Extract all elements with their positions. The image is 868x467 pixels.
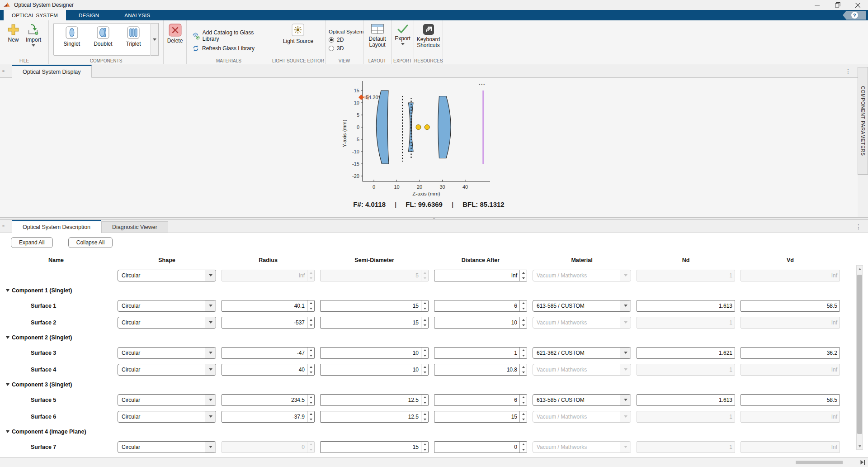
dock-collapse-icon[interactable] (860, 459, 866, 465)
spinner[interactable] (421, 348, 428, 358)
scroll-down-icon[interactable] (857, 443, 863, 449)
distance-after-field[interactable]: 10.8 (434, 364, 527, 376)
nd-field[interactable]: 1.621 (637, 347, 735, 359)
spinner[interactable] (421, 317, 428, 328)
spinner[interactable] (307, 348, 314, 358)
shape-dropdown[interactable]: Circular (118, 347, 216, 359)
nd-field[interactable]: 1.613 (637, 394, 735, 406)
collapse-all-button[interactable]: Collapse All (68, 237, 113, 248)
panel-grip-icon[interactable]: ≡ (0, 220, 7, 233)
material-dropdown[interactable]: 621-362 / CUSTOM (533, 347, 631, 359)
shape-dropdown[interactable]: Circular (118, 411, 216, 423)
material-dropdown[interactable]: 613-585 / CUSTOM (533, 394, 631, 406)
vd-field[interactable]: 36.2 (741, 347, 840, 359)
spinner[interactable] (307, 395, 314, 405)
spinner[interactable] (519, 317, 527, 328)
component-parameters-collapsed-panel[interactable]: COMPONENT PARAMETERS (858, 67, 868, 175)
tab-design[interactable]: DESIGN (66, 10, 112, 20)
component-group-row[interactable]: Component 4 (Image Plane) (0, 425, 868, 438)
triplet-button[interactable]: Triplet (126, 26, 141, 53)
export-button[interactable]: Export (395, 24, 410, 45)
spinner[interactable] (519, 300, 527, 311)
spinner[interactable] (519, 364, 527, 375)
spinner[interactable] (421, 364, 428, 375)
spinner[interactable] (519, 411, 527, 422)
expand-all-button[interactable]: Expand All (11, 237, 53, 248)
semi-diameter-field[interactable]: 10 (320, 364, 429, 376)
spinner[interactable] (421, 442, 428, 453)
keyboard-shortcuts-button[interactable]: Keyboard Shortcuts (415, 24, 442, 48)
spinner[interactable] (519, 270, 527, 281)
radio-2d[interactable]: 2D (329, 37, 344, 43)
vd-field[interactable]: 58.5 (741, 394, 840, 406)
table-vertical-scrollbar[interactable] (856, 265, 863, 450)
shape-dropdown[interactable]: Circular (118, 394, 216, 406)
component-group-row[interactable]: Component 1 (Singlet) (0, 284, 868, 297)
shape-dropdown[interactable]: Circular (118, 364, 216, 376)
vd-field[interactable]: 58.5 (741, 300, 840, 312)
spinner[interactable] (307, 300, 314, 311)
shape-dropdown[interactable]: Circular (118, 317, 216, 329)
spinner[interactable] (421, 395, 428, 405)
semi-diameter-field[interactable]: 15 (320, 441, 429, 453)
spinner[interactable] (307, 317, 314, 328)
material-dropdown[interactable]: 613-585 / CUSTOM (533, 300, 631, 312)
radius-field[interactable]: -37.9 (222, 411, 315, 423)
semi-diameter-field[interactable]: 15 (320, 300, 429, 312)
default-layout-button[interactable]: Default Layout (365, 24, 390, 48)
component-group-row[interactable]: Component 3 (Singlet) (0, 378, 868, 391)
scrollbar-track[interactable] (857, 272, 863, 443)
radius-field[interactable]: 40.1 (222, 300, 315, 312)
distance-after-field[interactable]: 15 (434, 411, 527, 423)
tab-analysis[interactable]: ANALYSIS (112, 10, 163, 20)
delete-button[interactable]: Delete (167, 24, 183, 44)
distance-after-field[interactable]: 6 (434, 394, 527, 406)
scroll-up-icon[interactable] (857, 266, 863, 272)
distance-after-field[interactable]: Inf (434, 270, 527, 281)
radius-field[interactable]: 40 (222, 364, 315, 376)
shape-dropdown[interactable]: Circular (118, 300, 216, 312)
restore-button[interactable] (827, 0, 848, 10)
distance-after-field[interactable]: 1 (434, 347, 527, 359)
spinner[interactable] (421, 411, 428, 422)
shape-dropdown[interactable]: Circular (118, 441, 216, 453)
distance-after-field[interactable]: 10 (434, 317, 527, 329)
horizontal-scrollbar-thumb[interactable] (796, 461, 843, 464)
help-button[interactable]: ? (843, 11, 866, 20)
radius-field[interactable]: -537 (222, 317, 315, 329)
spinner[interactable] (519, 442, 527, 453)
tab-diagnostic-viewer[interactable]: Diagnostic Viewer (101, 221, 168, 233)
gallery-expand-button[interactable] (151, 23, 159, 56)
add-catalog-button[interactable]: Add Catalog to Glass Library (192, 31, 271, 41)
tab-overflow-menu-icon[interactable]: ⋮ (845, 68, 851, 75)
spinner[interactable] (421, 300, 428, 311)
component-group-row[interactable]: Component 2 (Singlet) (0, 331, 868, 344)
radius-field[interactable]: -47 (222, 347, 315, 359)
doublet-button[interactable]: Doublet (94, 26, 112, 53)
spinner[interactable] (519, 348, 527, 358)
tab-optical-system-description[interactable]: Optical System Description (12, 220, 101, 233)
minimize-button[interactable] (807, 0, 827, 10)
semi-diameter-field[interactable]: 12.5 (320, 394, 429, 406)
panel-grip-icon[interactable]: ≡ (0, 65, 7, 77)
distance-after-field[interactable]: 0 (434, 441, 527, 453)
distance-after-field[interactable]: 6 (434, 300, 527, 312)
shape-dropdown[interactable]: Circular (118, 270, 216, 281)
tab-optical-system-display[interactable]: Optical System Display (12, 65, 92, 78)
nd-field[interactable]: 1.613 (637, 300, 735, 312)
import-button[interactable]: Import (26, 24, 41, 47)
semi-diameter-field[interactable]: 10 (320, 347, 429, 359)
scrollbar-thumb[interactable] (857, 275, 862, 434)
light-source-button[interactable]: Light Source (283, 24, 313, 44)
spinner[interactable] (307, 364, 314, 375)
semi-diameter-field[interactable]: 12.5 (320, 411, 429, 423)
singlet-button[interactable]: Singlet (64, 26, 80, 53)
spinner[interactable] (307, 411, 314, 422)
new-button[interactable]: New (7, 24, 19, 43)
radius-field[interactable]: 234.5 (222, 394, 315, 406)
refresh-glass-library-button[interactable]: Refresh Glass Library (192, 43, 255, 53)
spinner[interactable] (519, 395, 527, 405)
close-button[interactable] (848, 0, 868, 10)
semi-diameter-field[interactable]: 15 (320, 317, 429, 329)
tab-overflow-menu-icon[interactable]: ⋮ (855, 223, 862, 230)
